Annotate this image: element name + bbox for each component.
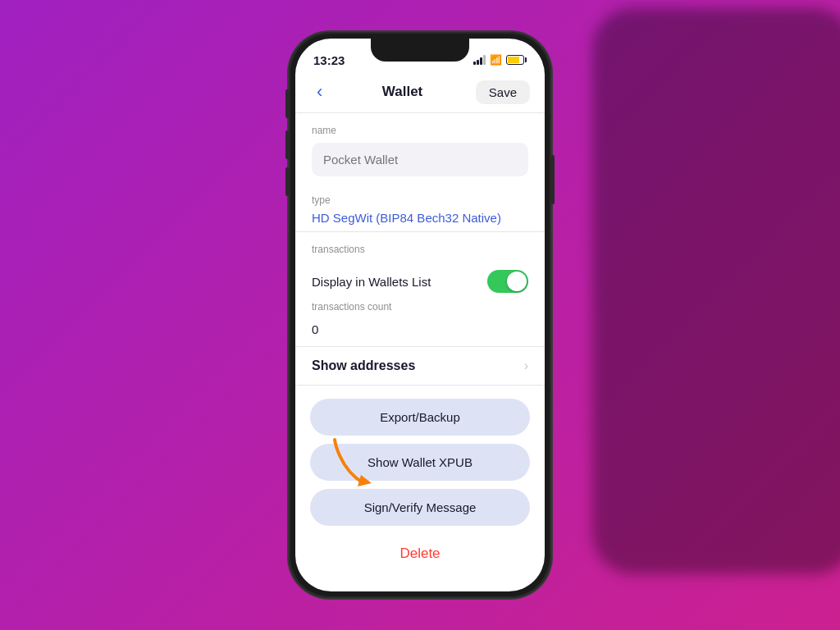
status-time: 13:23 <box>313 53 345 67</box>
buttons-section: Export/Backup Show Wallet XPUB Sign/Veri… <box>295 386 545 539</box>
content-area: name type HD SegWit (BIP84 Bech32 Native… <box>295 113 545 587</box>
export-backup-button[interactable]: Export/Backup <box>310 399 530 436</box>
save-button[interactable]: Save <box>476 80 530 104</box>
page-title: Wallet <box>382 84 422 100</box>
status-icons: 📶 <box>473 54 527 66</box>
sign-verify-button[interactable]: Sign/Verify Message <box>310 489 530 526</box>
type-label: type <box>312 194 528 206</box>
name-input[interactable] <box>312 143 528 176</box>
name-section: name <box>295 113 545 183</box>
display-label: Display in Wallets List <box>312 275 431 289</box>
show-addresses-row[interactable]: Show addresses › <box>295 346 545 386</box>
wifi-icon: 📶 <box>490 54 502 66</box>
battery-icon <box>506 55 527 65</box>
type-value: HD SegWit (BIP84 Bech32 Native) <box>312 211 528 225</box>
chevron-right-icon: › <box>524 358 528 373</box>
show-addresses-label: Show addresses <box>312 358 415 373</box>
name-label: name <box>312 125 528 136</box>
display-toggle[interactable] <box>487 270 528 293</box>
back-button[interactable]: ‹ <box>310 78 329 106</box>
tx-count-value: 0 <box>312 319 528 340</box>
tx-count-label: transactions count <box>312 301 528 313</box>
toggle-knob <box>507 272 527 291</box>
notch <box>371 39 469 62</box>
transactions-section: transactions Display in Wallets List tra… <box>295 231 545 346</box>
xpub-button-wrapper: Show Wallet XPUB <box>310 444 530 481</box>
transactions-label: transactions <box>312 244 528 255</box>
nav-bar: ‹ Wallet Save <box>295 75 545 112</box>
type-section: type HD SegWit (BIP84 Bech32 Native) <box>295 183 545 231</box>
display-row: Display in Wallets List <box>312 262 528 301</box>
delete-button[interactable]: Delete <box>295 539 545 575</box>
signal-icon <box>473 55 486 65</box>
show-xpub-button[interactable]: Show Wallet XPUB <box>310 444 530 481</box>
